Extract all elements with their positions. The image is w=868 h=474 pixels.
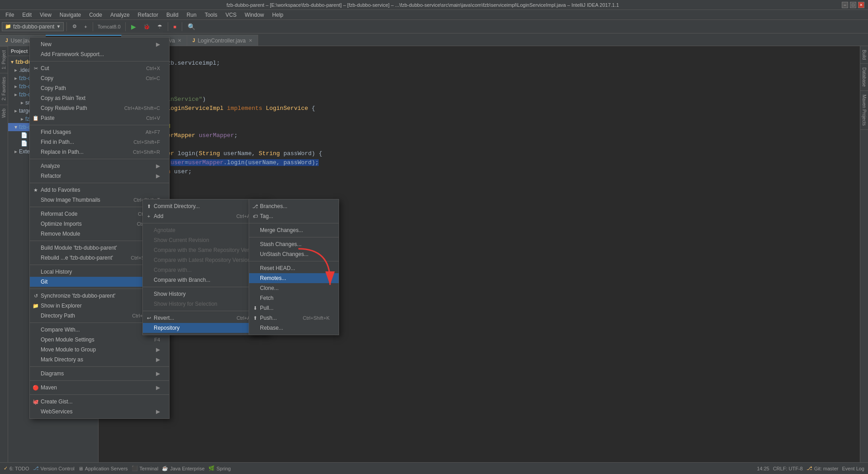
status-todo[interactable]: ✓ 6: TODO — [4, 465, 29, 471]
ctx-copy-icon — [33, 75, 39, 81]
run-coverage-btn[interactable]: ☂ — [155, 23, 165, 31]
panel-tab-database[interactable]: Database — [860, 64, 868, 91]
menu-vcs[interactable]: VCS — [222, 11, 241, 19]
ctx-refactor[interactable]: Refactor▶ — [30, 171, 169, 181]
ctx-new[interactable]: New▶ — [30, 39, 169, 49]
menu-file[interactable]: File — [2, 11, 18, 19]
run-btn[interactable]: ▶ — [128, 22, 139, 31]
status-version-control[interactable]: ⎇ Version Control — [33, 465, 75, 471]
ctx-diagrams[interactable]: Diagrams▶ — [30, 369, 169, 379]
menu-edit[interactable]: Edit — [19, 11, 35, 19]
menu-window[interactable]: Window — [241, 11, 268, 19]
ctx-find-usages[interactable]: Find UsagesAlt+F7 — [30, 127, 169, 137]
ctx-pull[interactable]: ⬇Pull... — [249, 303, 339, 313]
menu-refactor[interactable]: Refactor — [134, 11, 162, 19]
ctx-clone-icon — [252, 285, 258, 291]
menu-code[interactable]: Code — [85, 11, 106, 19]
maximize-button[interactable]: □ — [850, 2, 856, 8]
ctx-remotes[interactable]: Remotes... — [249, 273, 339, 283]
project-dropdown[interactable]: 📁 fzb-dubbo-parent ▼ — [2, 22, 64, 31]
status-java-enterprise[interactable]: ☕ Java Enterprise — [162, 465, 204, 471]
ctx-fetch[interactable]: Fetch — [249, 293, 339, 303]
panel-tab-project[interactable]: 1: Project — [0, 46, 8, 73]
ctx-sep-2 — [30, 125, 169, 125]
ctx-remove-icon — [33, 231, 39, 237]
status-spring[interactable]: 🌿 Spring — [208, 465, 231, 471]
ctx-replace-path[interactable]: Replace in Path...Ctrl+Shift+R — [30, 147, 169, 157]
status-git[interactable]: ⎇ Git: master — [807, 465, 839, 471]
ctx-module-settings[interactable]: Open Module SettingsF4 — [30, 335, 169, 345]
menu-navigate[interactable]: Navigate — [56, 11, 85, 19]
appservers-label: Application Servers — [85, 466, 128, 471]
ctx-merge[interactable]: Merge Changes... — [249, 225, 339, 235]
ctx-reset-head[interactable]: Reset HEAD... — [249, 263, 339, 273]
ctx-create-gist[interactable]: 🐙Create Gist... — [30, 397, 169, 407]
status-app-servers[interactable]: 🖥 Application Servers — [78, 466, 128, 471]
panel-tab-favorites[interactable]: 2: Favorites — [0, 73, 8, 104]
ctx-paste[interactable]: 📋PasteCtrl+V — [30, 113, 169, 123]
ctx-maven[interactable]: 🔴Maven▶ — [30, 383, 169, 393]
ctx-refactor-arrow: ▶ — [156, 173, 160, 179]
menu-run[interactable]: Run — [183, 11, 200, 19]
ctx-analyze[interactable]: Analyze▶ — [30, 161, 169, 171]
status-position: 14:25 — [757, 466, 769, 471]
ctx-branches-icon: ⎇ — [252, 203, 258, 209]
stop-btn[interactable]: ■ — [171, 23, 179, 30]
settings-btn[interactable]: ⚙ — [70, 23, 80, 30]
search-everywhere-btn[interactable]: 🔍 — [185, 22, 198, 31]
ctx-merge-icon — [252, 227, 258, 233]
ctx-copy-relative[interactable]: Copy Relative PathCtrl+Alt+Shift+C — [30, 103, 169, 113]
ctx-mark-dir[interactable]: Mark Directory as▶ — [30, 355, 169, 365]
ctx-webservices[interactable]: WebServices▶ — [30, 407, 169, 417]
ctx-move-module[interactable]: Move Module to Group▶ — [30, 345, 169, 355]
menu-build[interactable]: Build — [163, 11, 182, 19]
menu-tools[interactable]: Tools — [201, 11, 221, 19]
vc-icon: ⎇ — [33, 465, 39, 471]
vc-label: Version Control — [41, 466, 75, 471]
status-terminal[interactable]: ⬛ Terminal — [132, 465, 159, 471]
panel-tab-maven[interactable]: Maven Projects — [860, 91, 868, 130]
toolbar-separator-3 — [125, 22, 126, 31]
status-encoding[interactable]: CRLF: UTF-8 — [773, 466, 803, 471]
ctx-unstash[interactable]: UnStash Changes... — [249, 249, 339, 259]
ctx-cut[interactable]: ✂CutCtrl+X — [30, 63, 169, 73]
code-editor[interactable]: package com.fzb.serviceimpl; import ... … — [99, 46, 860, 198]
tree-folder-icon-src: ▸ — [21, 100, 24, 106]
ctx-tag-icon: 🏷 — [252, 213, 258, 219]
ctx-copy-path[interactable]: Copy Path — [30, 83, 169, 93]
minimize-button[interactable]: – — [842, 2, 848, 8]
debug-btn[interactable]: 🐞 — [141, 23, 153, 31]
status-event-log[interactable]: Event Log — [842, 466, 864, 471]
panel-tab-build[interactable]: Build — [860, 46, 868, 64]
ctx-stash[interactable]: Stash Changes... — [249, 239, 339, 249]
toolbar-separator-4 — [168, 22, 168, 31]
ctx-copy[interactable]: CopyCtrl+C — [30, 73, 169, 83]
ctx-rebase[interactable]: Rebase... — [249, 323, 339, 333]
ctx-push[interactable]: ⬆Push...Ctrl+Shift+K — [249, 313, 339, 323]
add-config-btn[interactable]: + — [81, 23, 90, 30]
tree-folder-icon-fzb: ▸ — [21, 116, 24, 122]
ctx-clone[interactable]: Clone... — [249, 283, 339, 293]
window-controls: – □ ✕ — [842, 2, 864, 8]
spring-icon: 🌿 — [208, 465, 215, 471]
ctx-cut-shortcut: Ctrl+X — [146, 66, 160, 71]
ctx-find-path[interactable]: Find in Path...Ctrl+Shift+F — [30, 137, 169, 147]
tab-close-login-ctrl[interactable]: ✕ — [249, 38, 252, 43]
sidebar-title: Project — [11, 48, 28, 54]
ctx-add-framework[interactable]: Add Framework Support... — [30, 49, 169, 59]
ctx-sep-12 — [30, 394, 169, 395]
ctx-findpath-shortcut: Ctrl+Shift+F — [133, 139, 160, 145]
ctx-branches[interactable]: ⎇Branches... — [249, 201, 339, 211]
menu-view[interactable]: View — [36, 11, 55, 19]
ctx-add-favorites[interactable]: ★Add to Favorites — [30, 185, 169, 195]
ctx-favorites-icon: ★ — [33, 187, 39, 193]
ctx-stash-icon — [252, 241, 258, 247]
close-button[interactable]: ✕ — [858, 2, 864, 8]
ctx-tag[interactable]: 🏷Tag... — [249, 211, 339, 221]
panel-tab-web[interactable]: Web — [0, 104, 8, 121]
tab-close-login-svc[interactable]: ✕ — [178, 38, 181, 43]
ctx-copy-plain[interactable]: Copy as Plain Text — [30, 93, 169, 103]
menu-help[interactable]: Help — [269, 11, 287, 19]
tab-login-controller[interactable]: J LoginController.java ✕ — [187, 35, 258, 46]
menu-analyze[interactable]: Analyze — [107, 11, 133, 19]
